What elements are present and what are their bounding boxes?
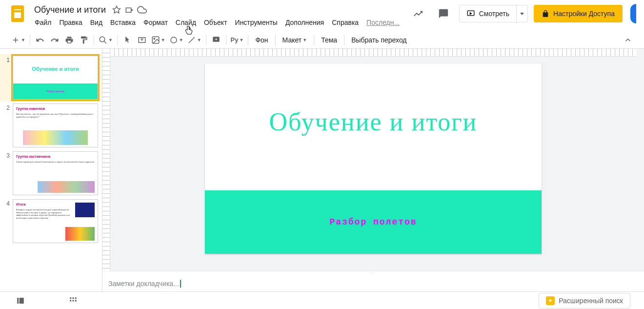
share-button[interactable]: Настройки Доступа bbox=[534, 5, 623, 22]
svg-marker-2 bbox=[470, 13, 471, 15]
slide-subtitle[interactable]: Разбор полетов bbox=[329, 217, 417, 227]
chevron-down-icon bbox=[520, 11, 524, 16]
slide-title[interactable]: Обучение и итоги bbox=[205, 107, 542, 136]
select-tool[interactable] bbox=[121, 33, 134, 47]
menu-format[interactable]: Формат bbox=[140, 17, 171, 28]
svg-rect-17 bbox=[70, 300, 71, 301]
footer: ✦ Расширенный поиск bbox=[0, 291, 644, 309]
menu-insert[interactable]: Вставка bbox=[107, 17, 139, 28]
script-button[interactable]: Py▼ bbox=[229, 33, 245, 47]
comments-icon[interactable] bbox=[434, 4, 453, 23]
new-slide-button[interactable]: ▼ bbox=[10, 33, 27, 47]
move-icon[interactable] bbox=[124, 5, 134, 15]
filmstrip-view-button[interactable] bbox=[14, 294, 27, 308]
notes-placeholder: Заметки докладчика... bbox=[108, 280, 179, 288]
ruler-vertical bbox=[102, 49, 110, 271]
explore-label: Расширенный поиск bbox=[559, 297, 623, 305]
menu-addons[interactable]: Дополнения bbox=[282, 17, 327, 28]
cursor-pointer-icon bbox=[184, 25, 193, 35]
present-dropdown[interactable] bbox=[516, 5, 527, 22]
svg-point-9 bbox=[171, 37, 177, 43]
filmstrip[interactable]: 1 Обучение и итоги Разбор полетов 2 Груп… bbox=[0, 49, 102, 309]
header: Обучение и итоги Файл Правка Вид Вставка… bbox=[0, 0, 644, 31]
star-icon[interactable] bbox=[112, 5, 121, 15]
canvas-wrap: Обучение и итоги Разбор полетов ⋯ Заметк… bbox=[102, 49, 644, 309]
layout-button[interactable]: Макет▼ bbox=[279, 33, 311, 47]
svg-rect-19 bbox=[75, 300, 77, 301]
account-avatar[interactable] bbox=[630, 4, 636, 23]
textbox-tool[interactable] bbox=[135, 33, 149, 47]
menu-help[interactable]: Справка bbox=[328, 17, 362, 28]
undo-button[interactable] bbox=[33, 33, 47, 47]
canvas-scroll-area[interactable]: Обучение и итоги Разбор полетов bbox=[102, 49, 644, 271]
svg-line-5 bbox=[104, 41, 106, 43]
lock-icon bbox=[542, 10, 549, 18]
toolbar: ▼ ▼ ▼ ▼ ▼ Py▼ Фон Макет▼ Тема Выбрать пе… bbox=[0, 31, 644, 49]
print-button[interactable] bbox=[62, 33, 76, 47]
slide-thumb-1[interactable]: 1 Обучение и итоги Разбор полетов bbox=[0, 54, 102, 102]
menu-arrange[interactable]: Объект bbox=[201, 17, 231, 28]
redo-button[interactable] bbox=[48, 33, 61, 47]
svg-marker-3 bbox=[520, 13, 524, 15]
svg-rect-18 bbox=[73, 300, 74, 301]
svg-rect-15 bbox=[73, 297, 74, 299]
title-area: Обучение и итоги Файл Правка Вид Вставка… bbox=[31, 4, 408, 28]
menu-edit[interactable]: Правка bbox=[56, 17, 85, 28]
menu-view[interactable]: Вид bbox=[87, 17, 106, 28]
svg-rect-16 bbox=[75, 297, 77, 299]
menu-bar: Файл Правка Вид Вставка Формат Слайд Объ… bbox=[31, 17, 408, 28]
svg-point-8 bbox=[154, 38, 155, 39]
notes-resize-handle[interactable]: ⋯ bbox=[102, 271, 644, 275]
slide-canvas[interactable]: Обучение и итоги Разбор полетов bbox=[205, 63, 542, 254]
slides-logo[interactable] bbox=[8, 4, 27, 23]
svg-point-4 bbox=[100, 37, 105, 42]
menu-last-edit[interactable]: Последн... bbox=[363, 17, 403, 28]
notes-cursor bbox=[180, 280, 181, 288]
share-label: Настройки Доступа bbox=[553, 10, 615, 18]
paint-format-button[interactable] bbox=[77, 33, 91, 47]
image-tool[interactable]: ▼ bbox=[150, 33, 167, 47]
grid-view-button[interactable] bbox=[66, 294, 80, 308]
menu-tools[interactable]: Инструменты bbox=[232, 17, 281, 28]
collapse-toolbar-icon[interactable] bbox=[624, 36, 632, 44]
theme-button[interactable]: Тема bbox=[317, 33, 341, 47]
svg-rect-13 bbox=[20, 298, 24, 304]
svg-marker-0 bbox=[113, 6, 121, 13]
present-icon bbox=[466, 9, 475, 18]
explore-icon: ✦ bbox=[546, 296, 555, 305]
header-right: Смотреть Настройки Доступа bbox=[408, 4, 636, 23]
slide-thumb-4[interactable]: 4 Итоги Выбирать задачи наставничества д… bbox=[0, 197, 102, 245]
ruler-horizontal bbox=[110, 49, 636, 57]
svg-line-10 bbox=[189, 37, 195, 43]
shape-tool[interactable]: ▼ bbox=[168, 33, 185, 47]
present-label: Смотреть bbox=[479, 10, 509, 18]
slide-thumb-3[interactable]: 3 Группа наставников Самые задачи для но… bbox=[0, 149, 102, 197]
main-area: 1 Обучение и итоги Разбор полетов 2 Груп… bbox=[0, 49, 644, 309]
cloud-status-icon[interactable] bbox=[137, 5, 147, 15]
activity-icon[interactable] bbox=[408, 4, 428, 23]
transition-button[interactable]: Выбрать переход bbox=[347, 33, 410, 47]
present-button[interactable]: Смотреть bbox=[459, 5, 528, 22]
slide-thumb-2[interactable]: 2 Группа новичков Наставничество - путь … bbox=[0, 102, 102, 149]
slide-subtitle-band: Разбор полетов bbox=[205, 190, 542, 254]
background-button[interactable]: Фон bbox=[251, 33, 272, 47]
comment-tool[interactable] bbox=[209, 33, 223, 47]
svg-rect-14 bbox=[70, 297, 71, 299]
svg-rect-12 bbox=[17, 298, 19, 304]
menu-file[interactable]: Файл bbox=[31, 17, 55, 28]
zoom-button[interactable]: ▼ bbox=[97, 33, 114, 47]
explore-button[interactable]: ✦ Расширенный поиск bbox=[539, 293, 630, 309]
doc-title[interactable]: Обучение и итоги bbox=[31, 4, 109, 16]
